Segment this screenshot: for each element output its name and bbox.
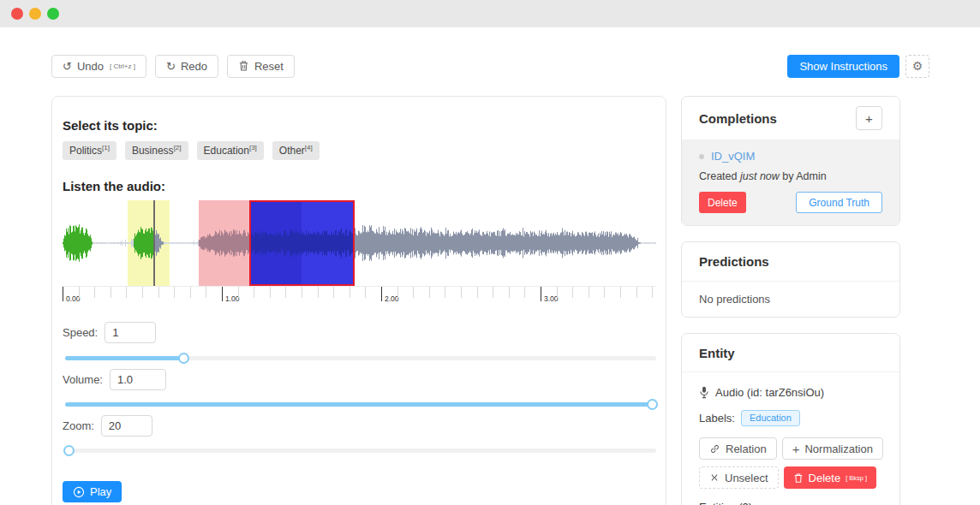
choice-education[interactable]: Education[3] [197, 141, 264, 160]
ruler-minor-tick [238, 287, 239, 298]
ruler-minor-tick [493, 287, 493, 298]
redo-icon: ↻ [166, 60, 176, 73]
collapse-icon [709, 472, 720, 483]
selected-region-border[interactable] [249, 200, 355, 286]
ruler-minor-tick [477, 287, 478, 298]
delete-entity-button[interactable]: Delete[ Bksp ] [784, 466, 877, 489]
normalization-button[interactable]: + Normalization [782, 437, 883, 460]
ruler-minor-tick [206, 287, 206, 298]
topic-prompt: Select its topic: [63, 118, 158, 133]
ruler-minor-tick [302, 287, 302, 298]
ruler-minor-tick [174, 287, 175, 298]
play-button[interactable]: Play [63, 481, 122, 502]
ruler-major-tick [63, 287, 63, 301]
delete-completion-button[interactable]: Delete [699, 192, 746, 213]
ruler-major-tick [541, 287, 541, 301]
ruler-major-tick [222, 287, 223, 301]
ruler-minor-tick [126, 287, 127, 298]
choice-politics[interactable]: Politics[1] [63, 141, 117, 160]
ruler-minor-tick [524, 287, 525, 298]
ruler-minor-tick [158, 287, 159, 298]
ruler-minor-tick [572, 287, 573, 298]
ground-truth-button[interactable]: Ground Truth [796, 192, 882, 213]
topic-choices: Politics[1] Business[2] Education[3] Oth… [63, 141, 320, 160]
plus-icon: + [792, 442, 800, 456]
entities-count: Entities (3) [699, 501, 882, 505]
settings-button[interactable]: ⚙ [905, 55, 929, 78]
ruler-minor-tick [636, 287, 637, 298]
ruler-minor-tick [445, 287, 445, 298]
completion-item[interactable]: ID_vQIM Created just now by Admin Delete… [682, 140, 899, 225]
playback-cursor[interactable] [153, 200, 155, 286]
zoom-input[interactable] [101, 415, 152, 437]
audio-waveform[interactable] [63, 200, 656, 286]
predictions-card: Predictions No predictions [681, 241, 900, 318]
redo-button[interactable]: ↻ Redo [155, 55, 218, 78]
predictions-title: Predictions [699, 254, 769, 269]
relation-button[interactable]: Relation [699, 437, 777, 460]
ruler-minor-tick [142, 287, 143, 298]
ruler-minor-tick [397, 287, 398, 298]
sidebar: Completions + ID_vQIM Created just now b… [681, 96, 900, 505]
choice-other[interactable]: Other[4] [272, 141, 320, 160]
link-icon [709, 443, 720, 454]
ruler-minor-tick [429, 287, 430, 298]
speed-label: Speed: [63, 326, 98, 339]
zoom-slider[interactable] [65, 445, 656, 456]
entity-audio-line: Audio (id: tarZ6nsiOu) [715, 386, 824, 399]
ruler-minor-tick [333, 287, 334, 298]
ruler-minor-tick [350, 287, 350, 298]
ruler-minor-tick [620, 287, 621, 298]
play-label: Play [90, 485, 111, 498]
redo-label: Redo [181, 60, 207, 73]
volume-row: Volume: [63, 369, 166, 390]
ruler-minor-tick [285, 287, 286, 298]
label-tag-education: Education [741, 410, 800, 426]
completion-bullet [699, 154, 704, 159]
zoom-slider-handle[interactable] [63, 445, 75, 456]
ruler-minor-tick [270, 287, 271, 298]
completions-card: Completions + ID_vQIM Created just now b… [681, 96, 900, 226]
minimize-window-button[interactable] [29, 8, 41, 20]
ruler-minor-tick [254, 287, 254, 298]
ruler-minor-tick [190, 287, 191, 298]
entity-title: Entity [699, 346, 735, 360]
completions-title: Completions [699, 111, 777, 126]
reset-button[interactable]: Reset [227, 55, 295, 78]
undo-icon: ↺ [63, 60, 72, 73]
volume-input[interactable] [110, 369, 166, 390]
zoom-row: Zoom: [63, 415, 152, 437]
labels-caption: Labels: [699, 412, 735, 425]
undo-button[interactable]: ↺ Undo[ Ctrl+z ] [51, 55, 146, 78]
maximize-window-button[interactable] [47, 8, 59, 20]
ruler-major-tick [381, 287, 382, 301]
speed-row: Speed: [63, 322, 156, 343]
show-instructions-button[interactable]: Show Instructions [787, 55, 899, 78]
unselect-button[interactable]: Unselect [699, 466, 779, 489]
annotation-panel: Select its topic: Politics[1] Business[2… [51, 96, 666, 505]
undo-shortcut: [ Ctrl+z ] [110, 62, 135, 70]
close-window-button[interactable] [11, 8, 23, 20]
undo-label: Undo [77, 60, 104, 73]
predictions-empty-text: No predictions [682, 282, 899, 317]
speed-input[interactable] [105, 322, 156, 343]
ruler-minor-tick [589, 287, 589, 298]
choice-business[interactable]: Business[2] [125, 141, 188, 160]
ruler-minor-tick [413, 287, 414, 298]
window-titlebar [0, 0, 980, 27]
volume-slider-handle[interactable] [647, 399, 658, 410]
add-completion-button[interactable]: + [856, 106, 882, 130]
trash-icon [238, 60, 249, 72]
completion-created: Created just now by Admin [699, 170, 882, 182]
speed-slider-handle[interactable] [178, 353, 189, 364]
ruler-minor-tick [79, 287, 80, 298]
volume-label: Volume: [63, 373, 103, 386]
completion-id-link[interactable]: ID_vQIM [711, 150, 755, 163]
timeline-ruler: 0.001.002.003.00 [63, 286, 656, 305]
speed-slider[interactable] [65, 353, 656, 364]
audio-prompt: Listen the audio: [63, 179, 165, 193]
zoom-label: Zoom: [63, 419, 94, 432]
ruler-minor-tick [509, 287, 510, 298]
volume-slider[interactable] [65, 399, 656, 410]
ruler-minor-tick [111, 287, 111, 298]
